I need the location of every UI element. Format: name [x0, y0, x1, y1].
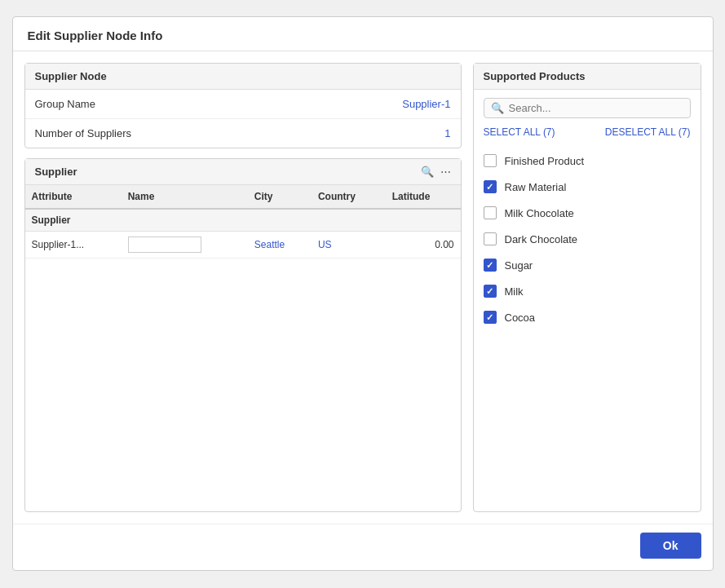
product-item[interactable]: Raw Material: [474, 174, 701, 200]
select-actions: SELECT ALL (7) DESELECT ALL (7): [474, 123, 701, 144]
supplier-table-wrapper: Attribute Name City Country Latitude Sup…: [25, 185, 461, 511]
ok-button[interactable]: Ok: [640, 533, 701, 559]
supplier-table: Attribute Name City Country Latitude Sup…: [25, 185, 461, 259]
col-latitude: Latitude: [386, 185, 461, 209]
search-box: 🔍: [484, 98, 691, 118]
cell-attribute: Supplier-1...: [25, 232, 122, 259]
supplier-node-header: Supplier Node: [25, 64, 461, 90]
product-item[interactable]: Milk Chocolate: [474, 200, 701, 226]
name-input[interactable]: [128, 237, 201, 253]
edit-supplier-dialog: Edit Supplier Node Info Supplier Node Gr…: [12, 16, 714, 571]
group-name-value: Supplier-1: [402, 98, 450, 110]
product-item[interactable]: Dark Chocolate: [474, 226, 701, 252]
product-checkbox[interactable]: [484, 206, 497, 219]
supplier-header-icons: 🔍 ⋯: [421, 166, 451, 178]
supplier-section-title: Supplier: [35, 166, 77, 178]
dialog-body: Supplier Node Group Name Supplier-1 Numb…: [13, 51, 713, 524]
product-label: Milk Chocolate: [505, 207, 574, 219]
col-name: Name: [122, 185, 248, 209]
product-item[interactable]: Milk: [474, 278, 701, 304]
supported-products-header: Supported Products: [474, 64, 701, 90]
deselect-all-link[interactable]: DESELECT ALL (7): [605, 126, 691, 138]
product-label: Sugar: [505, 259, 533, 272]
product-list: Finished ProductRaw MaterialMilk Chocola…: [474, 144, 701, 511]
num-suppliers-value: 1: [444, 127, 450, 139]
product-label: Cocoa: [505, 312, 536, 324]
more-options-icon[interactable]: ⋯: [440, 166, 451, 178]
product-label: Finished Product: [505, 155, 585, 167]
num-suppliers-row: Number of Suppliers 1: [25, 119, 461, 148]
supplier-node-box: Supplier Node Group Name Supplier-1 Numb…: [24, 63, 462, 148]
group-name-label: Group Name: [35, 98, 95, 110]
product-label: Dark Chocolate: [505, 233, 578, 245]
supplier-section-header: Supplier 🔍 ⋯: [25, 159, 461, 185]
col-country: Country: [312, 185, 386, 209]
search-magnifier-icon: 🔍: [491, 102, 504, 114]
select-all-link[interactable]: SELECT ALL (7): [484, 126, 555, 138]
group-row-label: Supplier: [25, 209, 461, 232]
product-item[interactable]: Cocoa: [474, 304, 701, 330]
product-item[interactable]: Finished Product: [474, 148, 701, 174]
supported-products-panel: Supported Products 🔍 SELECT ALL (7) DESE…: [473, 63, 701, 512]
product-checkbox[interactable]: [484, 259, 497, 272]
product-checkbox[interactable]: [484, 311, 497, 324]
product-label: Milk: [505, 285, 524, 298]
product-item[interactable]: Sugar: [474, 252, 701, 278]
col-city: City: [248, 185, 312, 209]
cell-city: Seattle: [248, 232, 312, 259]
search-icon[interactable]: 🔍: [421, 166, 434, 178]
left-panel: Supplier Node Group Name Supplier-1 Numb…: [24, 63, 462, 512]
dialog-title: Edit Supplier Node Info: [13, 17, 713, 51]
dialog-footer: Ok: [13, 524, 713, 570]
product-search-input[interactable]: [509, 102, 683, 114]
table-group-row: Supplier: [25, 209, 461, 232]
product-checkbox[interactable]: [484, 232, 497, 245]
cell-latitude: 0.00: [386, 232, 461, 259]
product-label: Raw Material: [505, 181, 567, 193]
num-suppliers-label: Number of Suppliers: [35, 127, 132, 139]
product-checkbox[interactable]: [484, 285, 497, 298]
cell-country: US: [312, 232, 386, 259]
supplier-section: Supplier 🔍 ⋯ Attribute Name City: [24, 158, 462, 512]
product-checkbox[interactable]: [484, 154, 497, 167]
product-checkbox[interactable]: [484, 180, 497, 193]
group-name-row: Group Name Supplier-1: [25, 90, 461, 119]
table-header-row: Attribute Name City Country Latitude: [25, 185, 461, 209]
cell-name: [122, 232, 248, 259]
col-attribute: Attribute: [25, 185, 122, 209]
table-row: Supplier-1... Seattle US 0.00: [25, 232, 461, 259]
